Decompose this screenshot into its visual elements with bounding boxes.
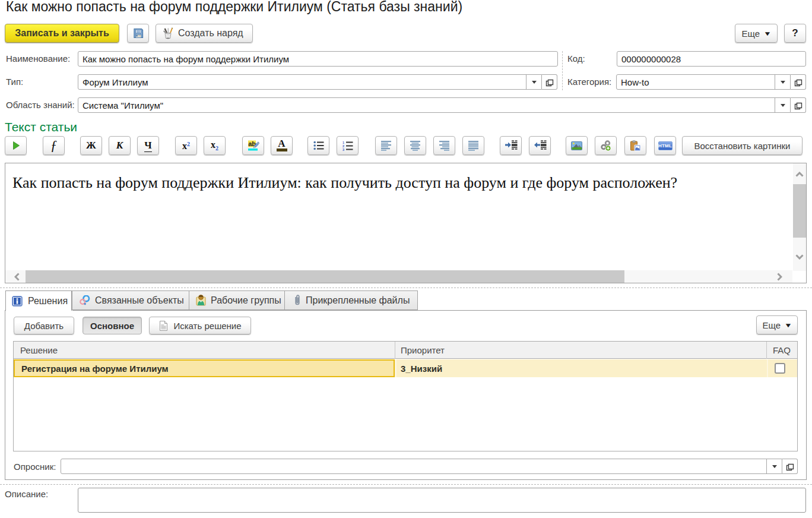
svg-text:3: 3 (342, 148, 344, 151)
